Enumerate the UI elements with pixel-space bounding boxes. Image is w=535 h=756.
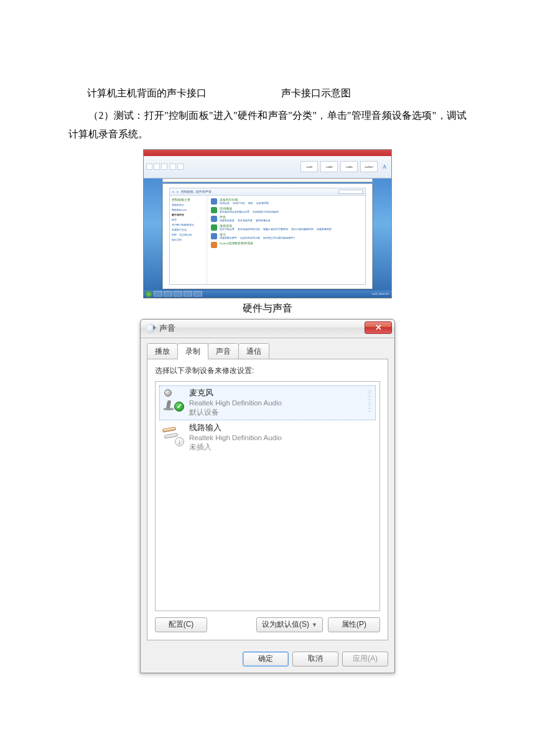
autoplay-icon xyxy=(211,207,217,213)
caption-right: 声卡接口示意图 xyxy=(281,87,351,100)
sidebar-item[interactable]: 网络和Internet xyxy=(172,208,205,211)
word-page: ◄ ► 控制面板 › 硬件和声音 › 控制面板主页 系统和安全 网络和Inter… xyxy=(162,183,373,289)
cp-link[interactable]: 如何更正显示器闪烁(刷新率) xyxy=(263,236,295,239)
cp-link[interactable]: 更改节能设置 xyxy=(220,228,235,231)
word-ruler xyxy=(162,178,373,182)
apply-button[interactable]: 应用(A) xyxy=(342,652,388,666)
check-badge-icon: ✓ xyxy=(174,402,184,412)
sidebar-item[interactable]: 时钟、语言和区域 xyxy=(172,233,205,236)
cp-link[interactable]: 调整屏幕亮度 xyxy=(317,228,332,231)
sidebar-item[interactable]: 轻松访问 xyxy=(172,238,205,241)
control-panel-main: 设备和打印机 添加设备 添加打印机 鼠标 设备管理器 自动播放 更改媒体或设备的… xyxy=(207,196,365,284)
taskbar-item[interactable] xyxy=(184,291,192,297)
dialog-title: 声音 xyxy=(159,323,175,334)
taskbar[interactable]: 14:18 2014/12/3 xyxy=(144,290,391,298)
sidebar-item[interactable]: 外观和个性化 xyxy=(172,228,205,231)
start-button[interactable] xyxy=(145,291,152,297)
device-driver: Realtek High Definition Audio xyxy=(189,399,282,408)
speaker-icon xyxy=(146,323,156,333)
taskbar-item[interactable] xyxy=(174,291,182,297)
word-title-bar xyxy=(144,150,391,156)
style-thumb[interactable]: AaBb xyxy=(320,161,338,172)
device-status: 未插入 xyxy=(189,443,282,453)
ribbon-style-gallery: AaBl AaBb AaBb AaBbC xyxy=(300,161,378,172)
style-thumb[interactable]: AaBl xyxy=(300,161,318,172)
caption-left: 计算机主机背面的声卡接口 xyxy=(87,87,207,100)
cp-link[interactable]: 连接到外部显示器 xyxy=(240,236,260,239)
instruction-text: 选择以下录制设备来修改设置: xyxy=(155,366,380,376)
level-meter xyxy=(368,390,371,412)
close-button[interactable]: ✕ xyxy=(365,321,392,334)
dialog-title-bar[interactable]: 声音 ✕ xyxy=(141,320,394,338)
cp-link[interactable]: 鼠标 xyxy=(248,201,253,205)
screenshot-control-panel: AaBl AaBb AaBb AaBbC A ◄ ► 控制面板 › 硬件和声音 … xyxy=(143,149,392,298)
sidebar-home[interactable]: 控制面板主页 xyxy=(172,198,205,201)
taskbar-item[interactable] xyxy=(154,291,162,297)
caption-hardware-sound: 硬件与声音 xyxy=(68,302,467,315)
configure-button[interactable]: 配置(C) xyxy=(155,617,207,632)
tray-time: 14:18 xyxy=(372,292,378,295)
cp-link[interactable]: 唤醒计算机时需要密码 xyxy=(263,228,288,231)
taskbar-item[interactable] xyxy=(193,291,202,297)
sidebar-item[interactable]: 程序 xyxy=(172,218,205,221)
cp-link[interactable]: 更改电源按钮的功能 xyxy=(238,228,260,231)
tab-playback[interactable]: 播放 xyxy=(147,343,178,359)
microphone-icon: ✓ xyxy=(160,388,183,410)
power-icon xyxy=(211,224,217,231)
device-status: 默认设备 xyxy=(189,408,282,418)
back-icon[interactable]: ◄ xyxy=(172,190,174,193)
devices-icon xyxy=(211,198,217,205)
ribbon-find-icon[interactable]: A xyxy=(380,162,389,171)
system-tray[interactable]: 14:18 2014/12/3 xyxy=(372,292,390,295)
category-title[interactable]: Realtek高清晰音频管理器 xyxy=(220,242,253,245)
taskbar-item[interactable] xyxy=(164,291,172,297)
device-row-line-in[interactable]: ↓ 线路输入 Realtek High Definition Audio 未插入 xyxy=(159,420,376,455)
search-input[interactable] xyxy=(338,190,363,194)
cp-link[interactable]: 更改系统声音 xyxy=(238,219,253,222)
tab-communications[interactable]: 通信 xyxy=(238,343,269,359)
tab-recording[interactable]: 录制 xyxy=(177,343,208,359)
cp-link[interactable]: 设备管理器 xyxy=(256,201,269,205)
unplugged-badge-icon: ↓ xyxy=(175,437,184,446)
tab-pane-recording: 选择以下录制设备来修改设置: ✓ 麦克风 Realtek High Defini… xyxy=(147,359,388,640)
device-name: 麦克风 xyxy=(189,388,282,399)
display-icon xyxy=(211,233,217,239)
cp-link[interactable]: 添加设备 xyxy=(220,201,230,205)
cp-link[interactable]: 更改媒体或设备的默认设置 xyxy=(220,210,249,213)
cp-link[interactable]: 调整系统音量 xyxy=(220,219,235,222)
breadcrumb[interactable]: 控制面板 › 硬件和声音 › xyxy=(181,190,213,193)
cp-link[interactable]: 更改计算机睡眠时间 xyxy=(291,228,314,231)
cp-link[interactable]: 调整屏幕分辨率 xyxy=(220,236,237,239)
device-name: 线路输入 xyxy=(189,423,282,433)
tray-date: 2014/12/3 xyxy=(379,292,389,295)
paragraph-2: （2）测试：打开"控制面板"进入"硬件和声音"分类"，单击"管理音频设备选项"，… xyxy=(68,106,467,144)
sidebar-item-active[interactable]: 硬件和声音 xyxy=(172,213,205,216)
tab-sounds[interactable]: 声音 xyxy=(208,343,239,359)
device-driver: Realtek High Definition Audio xyxy=(189,433,282,443)
control-panel-sidebar: 控制面板主页 系统和安全 网络和Internet 硬件和声音 程序 用户帐户和家… xyxy=(170,196,207,284)
chevron-down-icon: ▼ xyxy=(312,622,317,628)
cp-link[interactable]: 管理音频设备 xyxy=(256,219,271,222)
sidebar-item[interactable]: 系统和安全 xyxy=(172,203,205,206)
sound-icon xyxy=(211,216,217,222)
style-thumb[interactable]: AaBb xyxy=(340,161,358,172)
cancel-button[interactable]: 取消 xyxy=(292,652,338,666)
device-row-microphone[interactable]: ✓ 麦克风 Realtek High Definition Audio 默认设备 xyxy=(159,385,376,420)
sound-dialog: 声音 ✕ 播放 录制 声音 通信 选择以下录制设备来修改设置: ✓ xyxy=(140,319,395,673)
sidebar-item[interactable]: 用户帐户和家庭安全 xyxy=(172,223,205,226)
realtek-icon xyxy=(211,242,217,248)
control-panel-address-bar[interactable]: ◄ ► 控制面板 › 硬件和声音 › xyxy=(170,188,365,196)
line-in-icon: ↓ xyxy=(160,423,183,445)
cp-link[interactable]: 添加打印机 xyxy=(233,201,245,205)
style-thumb[interactable]: AaBbC xyxy=(360,161,378,172)
device-list[interactable]: ✓ 麦克风 Realtek High Definition Audio 默认设备 xyxy=(155,381,380,611)
caption-row: 计算机主机背面的声卡接口 声卡接口示意图 xyxy=(68,87,467,100)
word-ribbon: AaBl AaBb AaBb AaBbC A xyxy=(144,156,391,178)
properties-button[interactable]: 属性(P) xyxy=(328,617,380,632)
forward-icon[interactable]: ► xyxy=(176,190,179,193)
set-default-button[interactable]: 设为默认值(S)▼ xyxy=(256,617,323,632)
control-panel-window: ◄ ► 控制面板 › 硬件和声音 › 控制面板主页 系统和安全 网络和Inter… xyxy=(169,188,366,285)
tab-strip: 播放 录制 声音 通信 xyxy=(147,343,388,359)
ok-button[interactable]: 确定 xyxy=(243,652,289,666)
cp-link[interactable]: 自动播放CD或其他媒体 xyxy=(253,210,279,213)
